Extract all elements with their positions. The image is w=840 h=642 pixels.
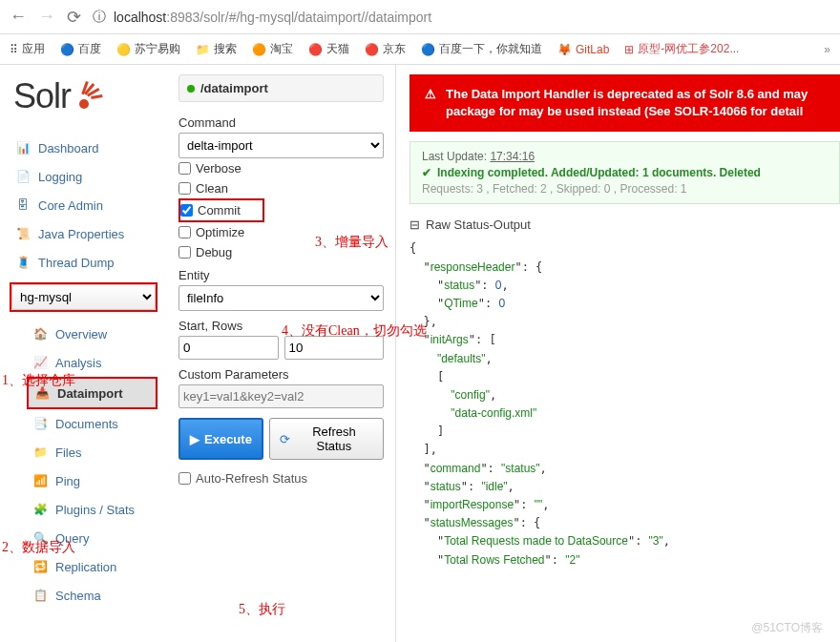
nav-javaprops[interactable]: 📜Java Properties [10,219,158,248]
verbose-label: Verbose [196,161,242,176]
info-icon: ⓘ [93,9,106,26]
start-input[interactable] [178,336,279,360]
analysis-icon: 📈 [32,355,48,370]
clean-checkbox[interactable] [178,182,191,195]
dashboard-icon: 📊 [15,140,31,155]
annotation-4: 4、没有Clean，切勿勾选 [282,322,427,340]
ping-icon: 📶 [32,473,48,488]
raw-output: { "responseHeader": { "status": 0, "QTim… [410,232,840,576]
thread-icon: 🧵 [15,255,31,270]
bookmark-item[interactable]: ⊞ 原型-网优工参202... [624,41,739,57]
subnav-replication[interactable]: 🔁Replication [27,552,158,581]
forward-icon[interactable]: → [38,7,55,27]
bookmarks-overflow-icon[interactable]: » [824,43,830,56]
sun-icon [76,79,109,114]
bookmark-item[interactable]: 🔵 百度一下，你就知道 [421,41,542,57]
optimize-label: Optimize [196,225,244,239]
debug-label: Debug [196,245,232,259]
svg-rect-4 [91,94,102,99]
bookmark-item[interactable]: 🦊 GitLab [557,43,609,56]
java-icon: 📜 [15,226,31,241]
annotation-1: 1、选择仓库 [2,372,75,389]
collapse-icon: ⊟ [410,217,420,232]
annotation-3: 3、增量导入 [315,234,388,251]
documents-icon: 📑 [32,416,48,431]
breadcrumb: /dataimport [178,74,384,102]
autorefresh-checkbox[interactable] [178,472,191,485]
command-select[interactable]: delta-import [178,133,384,158]
entity-label: Entity [178,268,384,282]
execute-button[interactable]: ▶Execute [178,418,263,460]
plugins-icon: 🧩 [32,502,48,517]
refresh-icon: ⟳ [280,432,290,446]
warning-icon: ⚠ [425,86,436,120]
nav-logging[interactable]: 📄Logging [10,162,158,191]
subnav-documents[interactable]: 📑Documents [27,409,158,438]
nav-threaddump[interactable]: 🧵Thread Dump [10,248,158,277]
subnav-files[interactable]: 📁Files [27,438,158,466]
apps-button[interactable]: ⠿ 应用 [10,41,45,57]
home-icon: 🏠 [32,326,48,342]
nav-dashboard[interactable]: 📊Dashboard [10,134,158,162]
replication-icon: 🔁 [32,559,48,574]
command-label: Command [178,115,384,130]
bookmark-item[interactable]: 🔵 百度 [60,41,101,57]
play-icon: ▶ [190,432,200,446]
bookmark-item[interactable]: 🔴 京东 [365,41,406,57]
bookmarks-bar: ⠿ 应用 🔵 百度 🟡 苏宁易购 📁 搜索 🟠 淘宝 🔴 天猫 🔴 京东 🔵 百… [0,34,840,65]
subnav-overview[interactable]: 🏠Overview [27,320,158,348]
verbose-checkbox[interactable] [178,162,191,175]
annotation-5: 5、执行 [239,601,285,618]
raw-output-header[interactable]: ⊟Raw Status-Output [410,217,840,232]
custom-label: Custom Parameters [178,367,384,382]
commit-label: Commit [198,203,241,217]
bookmark-item[interactable]: 🔴 天猫 [308,41,349,57]
files-icon: 📁 [32,445,48,460]
browser-nav-bar: ← → ⟳ ⓘ localhost:8983/solr/#/hg-mysql/d… [0,0,840,34]
svg-point-0 [79,99,89,109]
subnav-plugins[interactable]: 🧩Plugins / Stats [27,495,158,524]
url-bar[interactable]: ⓘ localhost:8983/solr/#/hg-mysql/dataimp… [93,9,830,26]
dataimport-form: /dataimport Command delta-import Verbose… [167,65,396,642]
core-select-dropdown[interactable]: hg-mysql [11,284,156,310]
schema-icon: 📋 [32,588,48,603]
status-box: Last Update: 17:34:16 ✔Indexing complete… [410,141,840,204]
core-selector[interactable]: hg-mysql [10,282,158,312]
clean-label: Clean [196,181,228,196]
bookmark-item[interactable]: 🟠 淘宝 [252,41,293,57]
subnav-ping[interactable]: 📶Ping [27,466,158,495]
deprecation-banner: ⚠ The Data Import Handler is deprecated … [410,74,840,132]
coreadmin-icon: 🗄 [15,197,31,213]
entity-select[interactable]: fileInfo [178,285,384,311]
nav-coreadmin[interactable]: 🗄Core Admin [10,191,158,219]
bookmark-item[interactable]: 🟡 苏宁易购 [116,41,180,57]
check-icon: ✔ [422,166,431,179]
subnav-schema[interactable]: 📋Schema [27,581,158,610]
annotation-2: 2、数据导入 [2,539,75,556]
reload-icon[interactable]: ⟳ [67,7,81,28]
custom-params-input[interactable] [178,384,384,408]
refresh-button[interactable]: ⟳Refresh Status [269,418,384,460]
commit-checkbox[interactable] [180,204,193,217]
result-panel: ⚠ The Data Import Handler is deprecated … [396,65,840,642]
status-dot-icon [187,85,195,93]
logging-icon: 📄 [15,169,31,184]
back-icon[interactable]: ← [10,7,27,27]
debug-checkbox[interactable] [178,246,191,259]
optimize-checkbox[interactable] [178,226,191,238]
bookmark-item[interactable]: 📁 搜索 [196,41,237,57]
solr-logo: Solr [10,76,158,116]
watermark: @51CTO博客 [751,620,823,636]
autorefresh-label: Auto-Refresh Status [196,471,307,486]
